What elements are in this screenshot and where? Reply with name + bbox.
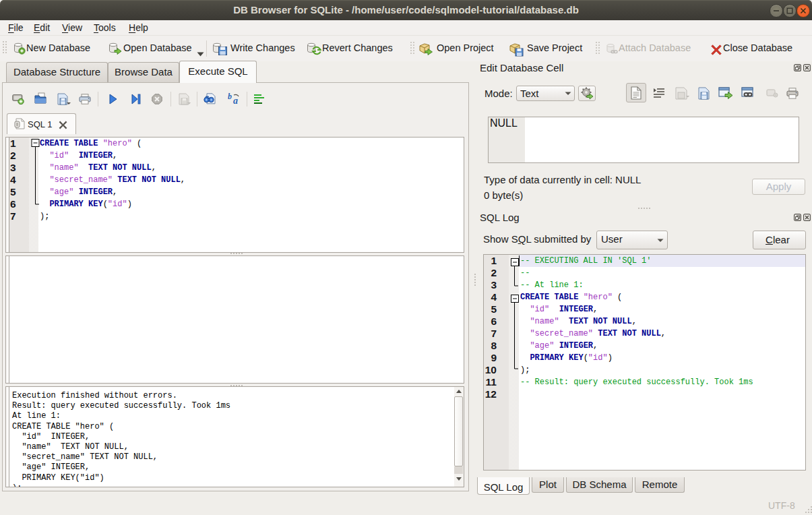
- svg-text:b: b: [228, 92, 232, 101]
- svg-text:a: a: [233, 96, 238, 104]
